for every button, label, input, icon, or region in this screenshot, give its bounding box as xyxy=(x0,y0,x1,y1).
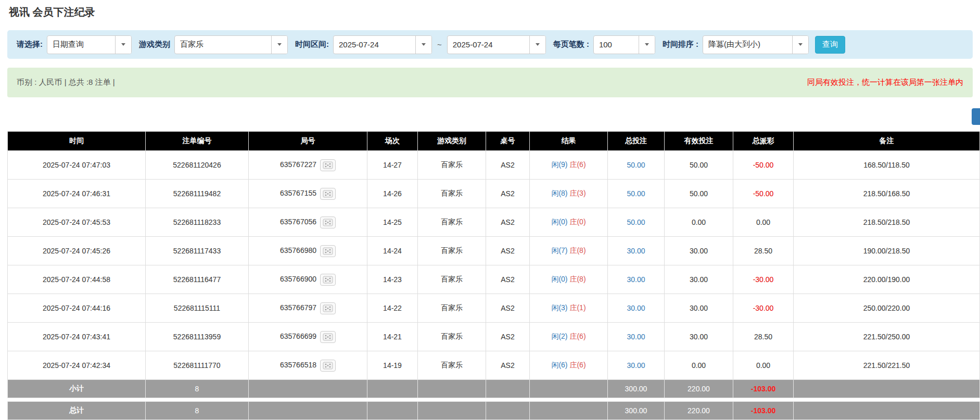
total-bet-link[interactable]: 30.00 xyxy=(627,304,645,312)
query-button[interactable]: 查询 xyxy=(815,36,845,54)
cell-table-no: AS2 xyxy=(486,294,530,323)
subtotal-empty xyxy=(530,380,608,398)
game-type-select[interactable]: 百家乐 xyxy=(174,35,288,54)
cell-bet-id: 522681111770 xyxy=(146,351,249,380)
cell-time: 2025-07-24 07:46:31 xyxy=(8,180,146,208)
total-empty xyxy=(249,402,367,420)
total-bet-link[interactable]: 30.00 xyxy=(627,333,645,341)
total-row: 总计 8 300.00 220.00 -103.00 xyxy=(8,402,980,420)
cell-time: 2025-07-24 07:43:41 xyxy=(8,323,146,351)
banker-result: 庄(8) xyxy=(569,246,586,254)
subtotal-empty xyxy=(367,380,418,398)
cell-time: 2025-07-24 07:47:03 xyxy=(8,151,146,180)
cell-session: 14-22 xyxy=(367,294,418,323)
cell-table-no: AS2 xyxy=(486,351,530,380)
total-bet-link[interactable]: 30.00 xyxy=(627,275,645,284)
col-valid-bet: 有效投注 xyxy=(665,132,733,151)
query-type-value: 日期查询 xyxy=(47,36,115,54)
summary-text: 币别 : 人民币 | 总共 :8 注单 | xyxy=(17,78,115,87)
cell-payout: 0.00 xyxy=(733,208,794,237)
cell-valid-bet: 50.00 xyxy=(665,151,733,180)
records-table-container: 时间 注单编号 局号 场次 游戏类别 桌号 结果 总投注 有效投注 总派彩 备注… xyxy=(7,131,980,420)
cell-payout: 28.50 xyxy=(733,323,794,351)
sort-value: 降冪(由大到小) xyxy=(703,36,792,54)
total-label: 总计 xyxy=(8,402,146,420)
subtotal-empty xyxy=(794,380,980,398)
query-type-select[interactable]: 日期查询 xyxy=(47,35,132,54)
cell-session: 14-23 xyxy=(367,265,418,294)
sort-label: 时间排序 : xyxy=(663,40,698,49)
per-page-label: 每页笔数 : xyxy=(553,40,589,49)
cell-total-bet: 30.00 xyxy=(608,323,665,351)
date-to-input[interactable]: 2025-07-24 xyxy=(447,35,546,54)
chevron-down-icon[interactable] xyxy=(639,36,655,54)
cell-payout: -50.00 xyxy=(733,180,794,208)
banker-result: 庄(0) xyxy=(569,218,586,226)
chevron-down-icon[interactable] xyxy=(529,36,545,54)
subtotal-empty xyxy=(249,380,367,398)
total-bet-link[interactable]: 50.00 xyxy=(627,218,645,226)
banker-result: 庄(1) xyxy=(569,303,586,312)
dice-icon[interactable] xyxy=(320,302,336,314)
total-bet-link[interactable]: 50.00 xyxy=(627,161,645,169)
total-bet-link[interactable]: 30.00 xyxy=(627,361,645,370)
cell-time: 2025-07-24 07:45:26 xyxy=(8,237,146,265)
select-label: 请选择: xyxy=(17,40,43,49)
records-table: 时间 注单编号 局号 场次 游戏类别 桌号 结果 总投注 有效投注 总派彩 备注… xyxy=(7,131,980,420)
cell-remark: 218.50/218.50 xyxy=(794,208,980,237)
cell-payout: -30.00 xyxy=(733,265,794,294)
cell-valid-bet: 0.00 xyxy=(665,351,733,380)
cell-total-bet: 30.00 xyxy=(608,294,665,323)
table-row: 2025-07-24 07:43:41522681113959635766699… xyxy=(8,323,980,351)
chevron-down-icon[interactable] xyxy=(115,36,131,54)
table-row: 2025-07-24 07:44:16522681115111635766797… xyxy=(8,294,980,323)
chevron-down-icon[interactable] xyxy=(415,36,431,54)
date-from-input[interactable]: 2025-07-24 xyxy=(333,35,432,54)
cell-table-no: AS2 xyxy=(486,180,530,208)
cell-bet-id: 522681116477 xyxy=(146,265,249,294)
subtotal-row: 小计 8 300.00 220.00 -103.00 xyxy=(8,380,980,398)
player-result: 闲(3) xyxy=(551,303,567,312)
col-session: 场次 xyxy=(367,132,418,151)
dice-icon[interactable] xyxy=(320,360,336,372)
dice-icon[interactable] xyxy=(320,217,336,228)
total-bet-link[interactable]: 30.00 xyxy=(627,247,645,255)
caret-glyph xyxy=(536,43,540,46)
cell-remark: 218.50/168.50 xyxy=(794,180,980,208)
cell-game-type: 百家乐 xyxy=(418,265,486,294)
col-time: 时间 xyxy=(8,132,146,151)
chevron-down-icon[interactable] xyxy=(271,36,287,54)
dice-icon[interactable] xyxy=(320,245,336,257)
dice-icon[interactable] xyxy=(320,159,336,171)
banker-result: 庄(8) xyxy=(569,275,586,283)
dice-icon[interactable] xyxy=(320,188,336,200)
sort-select[interactable]: 降冪(由大到小) xyxy=(703,35,809,54)
footer-spacer xyxy=(8,398,980,402)
banker-result: 庄(6) xyxy=(569,332,586,340)
cell-round: 635767227 xyxy=(249,151,367,180)
total-bet-link[interactable]: 50.00 xyxy=(627,189,645,198)
caret-glyph xyxy=(422,43,426,46)
subtotal-total-bet: 300.00 xyxy=(608,380,665,398)
payout-value: 28.50 xyxy=(754,247,772,255)
dice-icon[interactable] xyxy=(320,274,336,286)
total-payout: -103.00 xyxy=(733,402,794,420)
cell-time: 2025-07-24 07:45:53 xyxy=(8,208,146,237)
export-button-partial[interactable] xyxy=(972,108,980,125)
total-empty xyxy=(367,402,418,420)
dice-icon[interactable] xyxy=(320,331,336,343)
cell-valid-bet: 30.00 xyxy=(665,323,733,351)
total-empty xyxy=(530,402,608,420)
cell-round: 635766900 xyxy=(249,265,367,294)
cell-total-bet: 30.00 xyxy=(608,351,665,380)
player-result: 闲(0) xyxy=(551,275,567,283)
table-header-row: 时间 注单编号 局号 场次 游戏类别 桌号 结果 总投注 有效投注 总派彩 备注 xyxy=(8,132,980,151)
per-page-select[interactable]: 100 xyxy=(593,35,655,54)
cell-session: 14-27 xyxy=(367,151,418,180)
cell-game-type: 百家乐 xyxy=(418,180,486,208)
cell-session: 14-19 xyxy=(367,351,418,380)
cell-payout: -30.00 xyxy=(733,294,794,323)
chevron-down-icon[interactable] xyxy=(792,36,808,54)
table-row: 2025-07-24 07:42:34522681111770635766518… xyxy=(8,351,980,380)
banker-result: 庄(6) xyxy=(569,361,586,369)
